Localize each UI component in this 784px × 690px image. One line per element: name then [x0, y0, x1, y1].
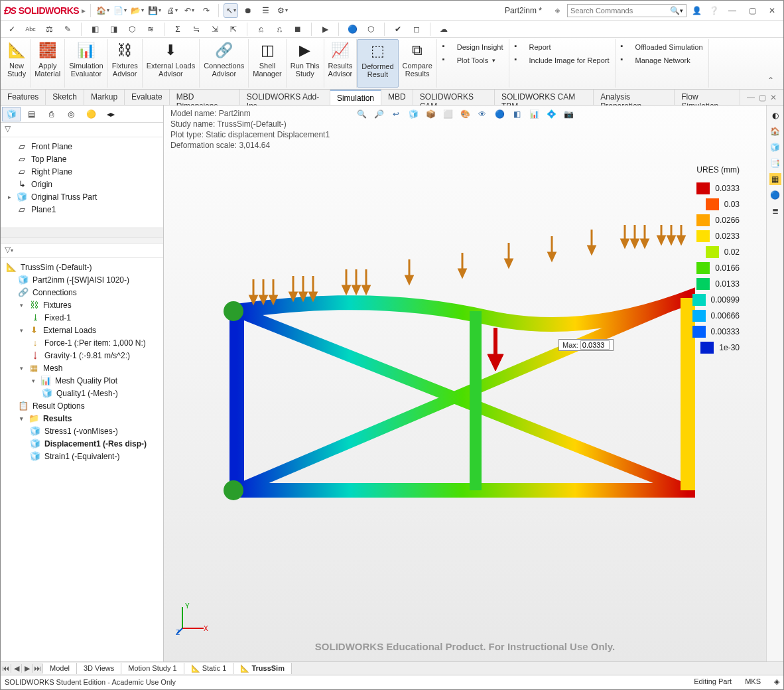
- tab-flow-simulation[interactable]: Flow Simulation: [675, 90, 740, 105]
- tab-markup[interactable]: Markup: [84, 90, 125, 105]
- force-1[interactable]: ↓Force-1 (:Per item: 1,000 N:): [30, 336, 162, 349]
- ribbon-new-study[interactable]: 📐NewStudy: [3, 39, 31, 88]
- tp-home-icon[interactable]: 🏠: [769, 125, 781, 137]
- ribbon-side-item[interactable]: ▪Offloaded Simulation: [621, 42, 703, 52]
- ribbon-run[interactable]: ▶Run ThisStudy: [287, 39, 324, 88]
- ribbon-apply-material[interactable]: 🧱ApplyMaterial: [31, 39, 65, 88]
- tp-7[interactable]: ≣: [769, 205, 781, 217]
- bottom-tab-motion-study-1[interactable]: Motion Study 1: [121, 663, 184, 674]
- feature-filter[interactable]: ▽: [1, 123, 163, 137]
- tp-1[interactable]: ◐: [769, 109, 781, 121]
- ribbon-connections[interactable]: 🔗ConnectionsAdvisor: [200, 39, 249, 88]
- qt-16[interactable]: ▶: [318, 22, 332, 36]
- fm-prop-icon[interactable]: ▤: [22, 107, 40, 121]
- bottom-tab-static-1[interactable]: 📐 Static 1: [184, 663, 234, 674]
- tp-6[interactable]: 🔵: [769, 189, 781, 201]
- fm-disp-icon[interactable]: ◎: [62, 107, 80, 121]
- stress1[interactable]: 🧊Stress1 (-vonMises-): [30, 425, 162, 437]
- qt-18[interactable]: ⬡: [363, 22, 378, 36]
- mesh-quality-plot[interactable]: ▾📊Mesh Quality Plot: [30, 374, 162, 387]
- minimize-icon[interactable]: —: [724, 6, 741, 15]
- status-flag-icon[interactable]: ◈: [774, 677, 779, 686]
- tab-mbd[interactable]: MBD: [381, 90, 413, 105]
- qt-1[interactable]: ✓: [5, 22, 19, 36]
- save-icon[interactable]: 💾: [147, 3, 162, 18]
- cam-icon[interactable]: 📷: [562, 108, 574, 120]
- qt-12[interactable]: ⇱: [226, 22, 241, 36]
- tab-mbd-dimensions[interactable]: MBD Dimensions: [170, 90, 240, 105]
- ribbon-fixtures[interactable]: ⛓FixturesAdvisor: [108, 39, 143, 88]
- edit-scene-icon[interactable]: ◧: [511, 108, 523, 120]
- feature-plane1[interactable]: ▱Plane1: [6, 203, 162, 216]
- qt-14[interactable]: ⎌: [272, 22, 287, 36]
- graphics-viewport[interactable]: Model name: Part2inm Study name: TrussSi…: [164, 105, 766, 661]
- options-icon[interactable]: ☰: [258, 3, 273, 18]
- tp-3[interactable]: 🧊: [769, 141, 781, 153]
- ribbon-side-item[interactable]: ▪Manage Network: [621, 55, 703, 66]
- result-options[interactable]: 📋Result Options: [18, 399, 162, 412]
- tab-evaluate[interactable]: Evaluate: [125, 90, 170, 105]
- doc-close-icon[interactable]: ✕: [770, 93, 777, 102]
- bottom-tab-model[interactable]: Model: [43, 663, 77, 674]
- qt-4[interactable]: ✎: [60, 22, 75, 36]
- qt-9[interactable]: Σ: [170, 22, 185, 36]
- tab-features[interactable]: Features: [1, 90, 46, 105]
- qt-2[interactable]: Abc: [23, 22, 38, 36]
- ribbon-results-adv[interactable]: 📈ResultsAdvisor: [324, 39, 358, 88]
- qt-7[interactable]: ⬡: [125, 22, 139, 36]
- section-icon[interactable]: 🧊: [407, 108, 419, 120]
- doc-max-icon[interactable]: ▢: [759, 93, 766, 102]
- qt-11[interactable]: ⇲: [208, 22, 222, 36]
- study-mesh[interactable]: ▾▦Mesh: [18, 362, 162, 374]
- tab-first-icon[interactable]: ⏮: [1, 664, 11, 673]
- maximize-icon[interactable]: ▢: [744, 6, 761, 15]
- qt-5[interactable]: ◧: [88, 22, 102, 36]
- zoom-area-icon[interactable]: 🔎: [373, 108, 385, 120]
- ribbon-ext-loads[interactable]: ⬇External LoadsAdvisor: [143, 39, 200, 88]
- ribbon-side-item[interactable]: ▪Report: [515, 42, 610, 52]
- fm-tree-icon[interactable]: 🧊: [2, 107, 21, 121]
- qt-21[interactable]: ☁: [436, 22, 451, 36]
- prev-view-icon[interactable]: ↩: [390, 108, 402, 120]
- tab-sketch[interactable]: Sketch: [46, 90, 84, 105]
- new-icon[interactable]: 📄: [113, 3, 127, 18]
- home-icon[interactable]: 🏠: [96, 3, 110, 18]
- feature-top-plane[interactable]: ▱Top Plane: [6, 153, 162, 165]
- qt-8[interactable]: ≋: [143, 22, 158, 36]
- hide-show-icon[interactable]: 👁: [476, 108, 488, 120]
- feature-tree-scroll[interactable]: [1, 228, 163, 237]
- study-connections[interactable]: 🔗Connections: [18, 286, 162, 299]
- tp-5[interactable]: ▦: [769, 173, 781, 185]
- select-icon[interactable]: ↖: [224, 3, 238, 18]
- search-input[interactable]: [570, 7, 670, 15]
- ribbon-side-item[interactable]: ▪Plot Tools ▾: [442, 55, 503, 66]
- tab-next-icon[interactable]: ▶: [22, 664, 33, 673]
- gear-icon[interactable]: ⚙: [275, 3, 290, 18]
- tab-solidworks-cam[interactable]: SOLIDWORKS CAM: [413, 90, 495, 105]
- quality-1[interactable]: 🧊Quality1 (-Mesh-): [42, 387, 162, 399]
- study-part[interactable]: 🧊Part2inm (-[SW]AISI 1020-): [18, 273, 162, 286]
- fixed-1[interactable]: ⤓Fixed-1: [30, 311, 162, 324]
- tab-solidworks-add-ins[interactable]: SOLIDWORKS Add-Ins: [240, 90, 330, 105]
- feature-right-plane[interactable]: ▱Right Plane: [6, 165, 162, 178]
- qt-19[interactable]: ✔: [391, 22, 405, 36]
- ribbon-compare[interactable]: ⧉CompareResults: [399, 39, 437, 88]
- study-loads[interactable]: ▾⬇External Loads: [18, 324, 162, 336]
- ribbon-shell-mgr[interactable]: ◫ShellManager: [249, 39, 286, 88]
- study-root[interactable]: 📐TrussSim (-Default-): [6, 261, 162, 273]
- strain1[interactable]: 🧊Strain1 (-Equivalent-): [30, 450, 162, 462]
- feature-original-truss-part[interactable]: ▸🧊Original Truss Part: [6, 190, 162, 203]
- tab-last-icon[interactable]: ⏭: [33, 664, 43, 673]
- tab-simulation[interactable]: Simulation: [330, 90, 381, 105]
- redo-icon[interactable]: ↷: [199, 3, 214, 18]
- feature-front-plane[interactable]: ▱Front Plane: [6, 140, 162, 153]
- bottom-tab-trusssim[interactable]: 📐 TrussSim: [233, 663, 292, 674]
- displacement1[interactable]: 🧊Displacement1 (-Res disp-): [30, 437, 162, 450]
- doc-min-icon[interactable]: —: [747, 93, 755, 102]
- close-icon[interactable]: ✕: [763, 6, 781, 15]
- qt-10[interactable]: ≒: [189, 22, 204, 36]
- feature-origin[interactable]: ↳Origin: [6, 178, 162, 190]
- view-orient-icon[interactable]: 📦: [425, 108, 436, 120]
- ribbon-deformed[interactable]: ⬚DeformedResult: [357, 39, 398, 88]
- qt-13[interactable]: ⎌: [253, 22, 268, 36]
